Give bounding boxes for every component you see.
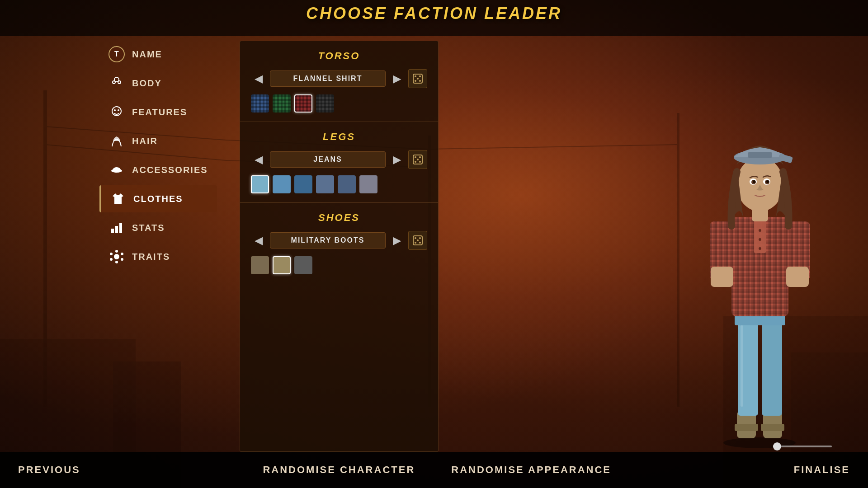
svg-point-25 <box>121 258 123 261</box>
character-figure <box>683 63 836 452</box>
svg-point-13 <box>113 81 115 84</box>
sidebar-item-traits[interactable]: TRAITS <box>99 243 217 270</box>
shoes-swatch-2[interactable] <box>294 256 312 274</box>
torso-swatch-2[interactable] <box>294 94 312 113</box>
sidebar-label-clothes: CLOTHES <box>133 194 183 204</box>
svg-rect-21 <box>119 223 122 233</box>
svg-point-27 <box>110 258 113 261</box>
shoes-title: SHOES <box>251 212 427 224</box>
shoes-item-name: MILITARY BOOTS <box>270 232 386 249</box>
svg-rect-68 <box>786 267 809 287</box>
clothes-panel: TORSO ◀ FLANNEL SHIRT ▶ <box>240 41 439 452</box>
sidebar-item-name[interactable]: T NAME <box>99 41 217 68</box>
legs-section: LEGS ◀ JEANS ▶ <box>240 122 438 202</box>
torso-prev-button[interactable]: ◀ <box>251 70 266 87</box>
legs-swatches <box>251 175 427 193</box>
svg-point-17 <box>118 109 119 111</box>
svg-point-38 <box>415 161 416 163</box>
name-icon: T <box>108 46 125 62</box>
shoes-swatches <box>251 256 427 274</box>
svg-point-78 <box>753 180 755 183</box>
finalise-button[interactable]: FINALISE <box>794 464 850 476</box>
sidebar-label-body: BODY <box>132 78 162 89</box>
sidebar-label-traits: TRAITS <box>132 252 170 262</box>
shoes-swatch-1[interactable] <box>273 256 291 274</box>
sidebar-label-hair: HAIR <box>132 136 158 146</box>
shoes-section: SHOES ◀ MILITARY BOOTS ▶ <box>240 202 438 283</box>
sidebar: T NAME BODY FEATURES <box>99 41 217 270</box>
svg-point-34 <box>417 78 419 80</box>
legs-swatch-2[interactable] <box>294 175 312 193</box>
svg-rect-51 <box>761 424 784 431</box>
svg-point-28 <box>110 253 113 255</box>
svg-point-43 <box>419 237 421 239</box>
sidebar-item-hair[interactable]: HAIR <box>99 127 217 155</box>
svg-rect-20 <box>115 226 118 233</box>
legs-swatch-0[interactable] <box>251 175 269 193</box>
svg-point-26 <box>115 261 118 263</box>
sidebar-label-stats: STATS <box>132 223 165 233</box>
svg-rect-54 <box>741 325 743 407</box>
legs-next-button[interactable]: ▶ <box>389 151 405 168</box>
stats-icon <box>108 220 125 236</box>
svg-point-16 <box>114 109 116 111</box>
zoom-slider[interactable] <box>773 446 832 447</box>
svg-point-23 <box>115 250 118 253</box>
features-icon <box>108 104 125 120</box>
shoes-swatch-0[interactable] <box>251 256 269 274</box>
torso-swatches <box>251 94 427 113</box>
legs-randomise-button[interactable] <box>408 150 427 169</box>
svg-point-39 <box>419 161 421 163</box>
svg-point-79 <box>766 180 769 183</box>
shoes-prev-button[interactable]: ◀ <box>251 232 266 249</box>
legs-prev-button[interactable]: ◀ <box>251 151 266 168</box>
legs-selector: ◀ JEANS ▶ <box>251 150 427 169</box>
svg-point-24 <box>121 253 123 255</box>
sidebar-label-name: NAME <box>132 49 162 60</box>
legs-swatch-1[interactable] <box>273 175 291 193</box>
torso-title: TORSO <box>251 50 427 62</box>
legs-swatch-3[interactable] <box>316 175 334 193</box>
svg-point-36 <box>415 156 416 158</box>
svg-point-31 <box>419 75 421 77</box>
zoom-slider-thumb[interactable] <box>773 442 781 450</box>
torso-selector: ◀ FLANNEL SHIRT ▶ <box>251 69 427 88</box>
zoom-slider-container <box>773 446 832 447</box>
torso-next-button[interactable]: ▶ <box>389 70 405 87</box>
svg-rect-67 <box>711 267 733 287</box>
hair-icon <box>108 133 125 149</box>
page-title: CHOOSE FACTION LEADER <box>306 4 562 23</box>
bottom-center-buttons: RANDOMISE CHARACTER RANDOMISE APPEARANCE <box>263 464 611 476</box>
sidebar-item-stats[interactable]: STATS <box>99 214 217 241</box>
svg-point-46 <box>417 239 419 241</box>
torso-swatch-1[interactable] <box>273 94 291 113</box>
svg-point-81 <box>759 238 761 241</box>
sidebar-item-features[interactable]: FEATURES <box>99 99 217 126</box>
svg-point-14 <box>118 81 121 84</box>
svg-rect-73 <box>748 152 772 158</box>
torso-section: TORSO ◀ FLANNEL SHIRT ▶ <box>240 41 438 122</box>
sidebar-item-body[interactable]: BODY <box>99 70 217 97</box>
torso-item-name: FLANNEL SHIRT <box>270 70 386 87</box>
torso-swatch-3[interactable] <box>316 94 334 113</box>
shoes-randomise-button[interactable] <box>408 231 427 250</box>
sidebar-label-features: FEATURES <box>132 107 187 117</box>
legs-swatch-4[interactable] <box>338 175 356 193</box>
legs-swatch-5[interactable] <box>359 175 377 193</box>
sidebar-item-accessories[interactable]: ACCESSORIES <box>99 156 217 183</box>
svg-point-45 <box>419 242 421 244</box>
previous-button[interactable]: PREVIOUS <box>18 464 80 476</box>
torso-randomise-button[interactable] <box>408 69 427 88</box>
accessories-icon <box>108 162 125 178</box>
character-preview <box>678 27 841 452</box>
shoes-next-button[interactable]: ▶ <box>389 232 405 249</box>
svg-rect-19 <box>111 229 114 233</box>
sidebar-item-clothes[interactable]: CLOTHES <box>99 185 217 212</box>
randomise-character-button[interactable]: RANDOMISE CHARACTER <box>263 464 415 476</box>
randomise-appearance-button[interactable]: RANDOMISE APPEARANCE <box>451 464 611 476</box>
svg-point-80 <box>759 229 761 232</box>
clothes-icon <box>110 191 126 207</box>
body-icon <box>108 75 125 91</box>
svg-point-22 <box>114 254 119 259</box>
torso-swatch-0[interactable] <box>251 94 269 113</box>
